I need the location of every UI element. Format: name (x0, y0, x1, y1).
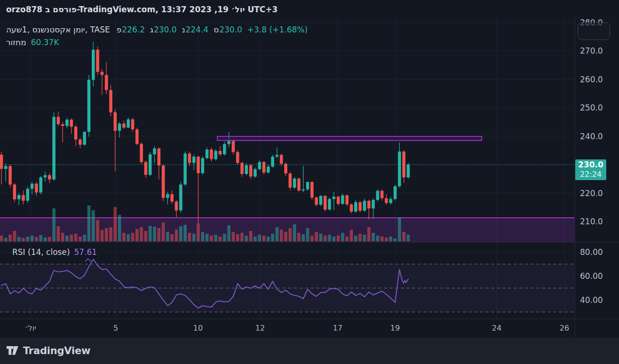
price-axis-label: 210.0 (580, 217, 603, 226)
change-value: +3.8 (+1.68%) (247, 25, 308, 34)
low-label: נ (182, 25, 185, 34)
legend-exchange: TASE (90, 25, 110, 34)
time-axis-label: 19 (390, 324, 400, 332)
open-label: פ (117, 25, 122, 34)
legend-ohlc-values: פ226.2 ג230.0 נ224.4 ס230.0 +3.8 (+1.68%… (117, 25, 308, 34)
rsi-value: 57.61 (74, 247, 97, 257)
legend-separator: , (85, 25, 90, 34)
legend-separator: , (27, 25, 32, 34)
time-axis-label: 10 (193, 324, 203, 332)
last-price: 230.0 (575, 159, 606, 170)
legend-volume-row[interactable]: מחזור 60.37K (6, 38, 308, 47)
rsi-name: RSI (14, close) (12, 247, 70, 257)
rsi-axis-label: 80.00 (580, 247, 603, 257)
legend-symbol-name: יומן אקסטנשנס (32, 25, 85, 34)
symbol-legend[interactable]: 1שעה, יומן אקסטנשנס, TASE פ226.2 ג230.0 … (6, 25, 308, 47)
time-axis-label: 17 (333, 324, 342, 332)
rsi-legend[interactable]: RSI (14, close) 57.61 (12, 247, 97, 257)
time-axis-label: 12 (255, 324, 265, 332)
bar-countdown: 22:24 (575, 170, 606, 179)
time-axis-label: 24 (492, 324, 501, 332)
tradingview-logo[interactable]: TradingView (7, 345, 90, 356)
volume-label: מחזור (6, 38, 26, 47)
candlestick-series (0, 42, 410, 224)
chart-canvas[interactable] (0, 0, 619, 338)
legend-timeframe: 1שעה (6, 25, 27, 34)
close-value: 230.0 (219, 25, 242, 34)
high-value: 230.0 (154, 25, 177, 34)
rsi-axis-label: 60.00 (580, 271, 603, 281)
open-value: 226.2 (122, 25, 145, 34)
chevron-up-icon[interactable] (85, 258, 91, 262)
price-axis-label: 270.0 (580, 46, 603, 55)
time-axis-label: 5 (113, 324, 118, 332)
chart-corner-button[interactable] (578, 22, 610, 40)
price-axis-label: 260.0 (580, 75, 603, 84)
price-axis-label: 240.0 (580, 132, 603, 141)
low-value: 224.4 (185, 25, 208, 34)
volume-value: 60.37K (31, 38, 59, 47)
legend-title-row[interactable]: 1שעה, יומן אקסטנשנס, TASE פ226.2 ג230.0 … (6, 25, 308, 34)
resistance-rect-drawing (217, 136, 482, 140)
close-label: ס (214, 25, 219, 34)
time-axis-label: יול׳ (25, 324, 36, 332)
brand-name: TradingView (23, 345, 90, 356)
footer-bar: TradingView (0, 338, 619, 364)
price-axis-label: 220.0 (580, 189, 603, 198)
tradingview-published-chart: orzo878 פורסם ב -TradingView.com, 13:37 … (0, 0, 619, 364)
last-price-badge: 230.0 22:24 (575, 159, 606, 180)
tradingview-glyph-icon (7, 346, 19, 356)
time-axis-label: 26 (560, 324, 569, 332)
high-label: ג (150, 25, 153, 34)
rsi-axis-label: 40.00 (580, 295, 603, 305)
price-axis-label: 250.0 (580, 103, 603, 112)
support-band-drawing (0, 218, 575, 242)
